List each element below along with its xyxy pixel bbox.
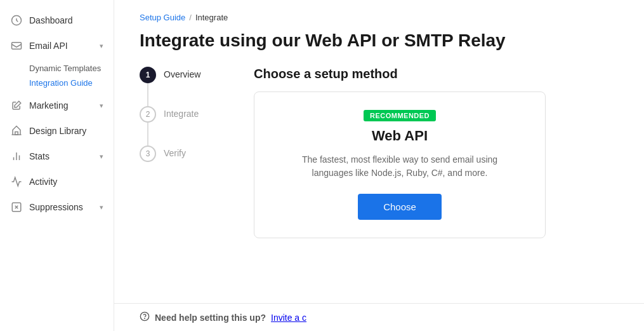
content-area: 1 Overview 2 Integrate 3 [140, 67, 619, 238]
help-link[interactable]: Invite a c [271, 313, 306, 323]
design-library-icon [10, 125, 23, 137]
breadcrumb-parent[interactable]: Setup Guide [140, 13, 185, 22]
sidebar-item-activity[interactable]: Activity [0, 169, 114, 194]
step-3-label: Verify [164, 145, 186, 158]
chevron-down-icon: ▾ [100, 152, 103, 161]
sidebar: Dashboard Email API ▾ Dynamic Templates … [0, 0, 114, 331]
help-icon [140, 311, 150, 323]
method-description: The fastest, most flexible way to send e… [298, 153, 501, 180]
sidebar-item-label: Stats [29, 151, 49, 161]
page-title: Integrate using our Web API or SMTP Rela… [140, 30, 619, 51]
chevron-down-icon: ▾ [100, 203, 103, 212]
sidebar-item-label: Suppressions [29, 202, 83, 212]
step-1-label: Overview [164, 67, 200, 79]
step-3-circle: 3 [140, 145, 156, 162]
sidebar-item-label: Design Library [29, 126, 86, 136]
stats-icon [10, 150, 23, 163]
svg-rect-2 [15, 132, 18, 135]
help-bar: Need help setting this up? Invite a c [114, 303, 644, 331]
step-1-circle: 1 [140, 67, 156, 83]
step-line [147, 83, 148, 106]
activity-icon [10, 175, 23, 188]
step-1: 1 Overview [140, 67, 228, 106]
suppressions-icon [10, 201, 23, 213]
sidebar-item-suppressions[interactable]: Suppressions ▾ [0, 194, 114, 220]
step-3: 3 Verify [140, 145, 228, 162]
dashboard-icon [10, 14, 23, 27]
step-line [147, 123, 148, 145]
step-2-circle: 2 [140, 106, 156, 123]
sidebar-item-label: Email API [29, 41, 68, 51]
setup-title: Choose a setup method [254, 67, 619, 81]
setup-section: Choose a setup method RECOMMENDED Web AP… [254, 67, 619, 238]
method-name: Web API [372, 128, 428, 144]
recommended-badge: RECOMMENDED [364, 110, 436, 121]
marketing-icon [10, 99, 23, 112]
sidebar-item-marketing[interactable]: Marketing ▾ [0, 93, 114, 118]
sidebar-item-stats[interactable]: Stats ▾ [0, 144, 114, 169]
method-card: RECOMMENDED Web API The fastest, most fl… [254, 91, 546, 238]
sidebar-item-email-api[interactable]: Email API ▾ [0, 33, 114, 58]
steps-list: 1 Overview 2 Integrate 3 [140, 67, 228, 238]
main-content: Setup Guide / Integrate Integrate using … [114, 0, 644, 331]
sidebar-item-design-library[interactable]: Design Library [0, 118, 114, 144]
sidebar-item-label: Activity [29, 177, 57, 187]
breadcrumb-separator: / [189, 13, 192, 22]
sidebar-item-label: Dashboard [29, 15, 73, 25]
breadcrumb-current: Integrate [195, 13, 228, 22]
help-text: Need help setting this up? [155, 313, 266, 323]
choose-button[interactable]: Choose [358, 194, 442, 220]
svg-rect-1 [12, 43, 22, 50]
step-2-label: Integrate [164, 106, 199, 119]
chevron-down-icon: ▾ [100, 42, 103, 50]
email-api-subnav: Dynamic Templates Integration Guide [0, 58, 114, 93]
email-api-icon [10, 39, 23, 52]
sidebar-item-dynamic-templates[interactable]: Dynamic Templates [29, 61, 114, 76]
sidebar-item-dashboard[interactable]: Dashboard [0, 8, 114, 33]
chevron-down-icon: ▾ [100, 102, 103, 110]
sidebar-item-integration-guide[interactable]: Integration Guide [29, 76, 114, 90]
sidebar-item-label: Marketing [29, 100, 68, 111]
svg-point-5 [145, 318, 145, 319]
step-2: 2 Integrate [140, 106, 228, 145]
breadcrumb: Setup Guide / Integrate [140, 13, 619, 22]
